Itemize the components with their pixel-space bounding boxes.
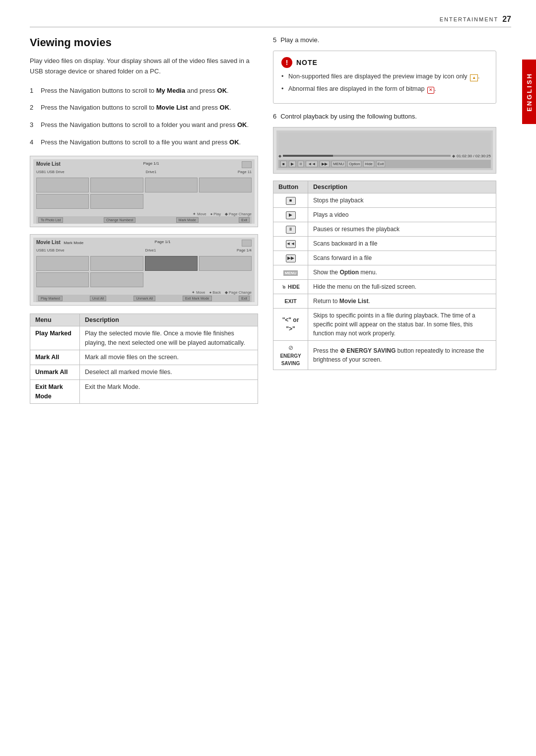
ss1-drive: Drive1 <box>146 170 157 174</box>
page-title: Viewing movies <box>30 36 258 49</box>
step-text-3: Press the Navigation buttons to scroll t… <box>41 120 249 130</box>
ss1-thumb-4 <box>199 178 252 192</box>
btn-stop-desc: Stops the playback <box>308 193 496 207</box>
ss2-usb: USB1 USB Drive <box>36 248 65 252</box>
menu-mark-all-label: Mark All <box>30 350 80 365</box>
ss2-subtitle-mode: Mark Mode <box>64 241 83 245</box>
ctrl-stop: ■ <box>280 161 287 167</box>
btn-row-menu: MENU Show the Option menu. <box>273 265 496 279</box>
ss1-play: ● Play <box>210 212 221 216</box>
ss2-grid <box>36 256 252 287</box>
error-x-icon: ✕ <box>427 87 434 94</box>
btn-play-desc: Plays a video <box>308 207 496 222</box>
desc-col-header: Description <box>80 314 258 326</box>
menu-play-marked-label: Play Marked <box>30 326 80 350</box>
exit-button-label: EXIT <box>284 298 296 304</box>
ss1-btn-exit: Exit <box>239 217 250 223</box>
playback-inner: ◆ ◆ 01:02:30 / 02:30:25 ■ ▶ II ◄◄ ▶▶ MEN… <box>276 130 493 170</box>
playback-controls: ■ ▶ II ◄◄ ▶▶ MENU Option Hide Exit <box>278 160 491 168</box>
right-column: 5 Play a movie. ! NOTE Non-supported fil… <box>273 36 511 404</box>
menu-row-play-marked: Play Marked Play the selected movie file… <box>30 326 258 350</box>
step-text-1: Press the Navigation buttons to scroll t… <box>41 86 229 96</box>
playback-progress-bar: ◆ ◆ 01:02:30 / 02:30:25 <box>278 154 491 158</box>
btn-row-pause: ⏸ Pauses or resumes the playback <box>273 222 496 236</box>
ss1-thumb-3 <box>145 178 198 192</box>
step-text-6: Control playback by using the following … <box>280 113 417 120</box>
ss2-btn-play-marked: Play Marked <box>38 296 63 301</box>
btn-energy-cell: ⊘ ENERGYSAVING <box>273 340 308 370</box>
step-text-2: Press the Navigation buttons to scroll t… <box>41 103 231 113</box>
btn-hide-desc: Hide the menu on the full-sized screen. <box>308 279 496 294</box>
screenshot-2-inner: Movie List Mark Mode Page 1/1 USB1 USB D… <box>33 238 255 302</box>
menu-table: Menu Description Play Marked Play the se… <box>30 314 258 404</box>
btn-row-rew: ◄◄ Scans backward in a file <box>273 236 496 251</box>
btn-menu-desc: Show the Option menu. <box>308 265 496 279</box>
step-num-3: 3 <box>30 120 37 130</box>
menu-play-marked-desc: Play the selected movie file. Once a mov… <box>80 326 258 350</box>
menu-row-mark-all: Mark All Mark all movie files on the scr… <box>30 350 258 365</box>
btn-menu-cell: MENU <box>273 265 308 279</box>
ss1-folder-icon <box>242 161 252 168</box>
ss1-grid <box>36 178 252 209</box>
energy-label: ENERGYSAVING <box>278 352 303 367</box>
ctrl-menu: MENU <box>332 161 345 167</box>
ctrl-rew: ◄◄ <box>306 161 318 167</box>
ss1-page: Page 1/1 <box>143 161 159 168</box>
note-list: Non-supported files are displayed the pr… <box>281 72 488 94</box>
progress-diamond-icon: ◆ <box>278 154 281 158</box>
top-header: ENTERTAINMENT 27 <box>30 15 511 27</box>
step-num-2: 2 <box>30 103 37 113</box>
energy-saving-icon: ⊘ <box>288 344 293 351</box>
btn-row-skip: "<" or ">" Skips to specific points in a… <box>273 308 496 340</box>
btn-row-fwd: ▶▶ Scans forward in a file <box>273 251 496 265</box>
ss2-page: Page 1/1 <box>155 240 171 247</box>
btn-hide-cell: 🖱 HIDE <box>273 279 308 294</box>
step-num-6: 6 <box>273 113 276 120</box>
steps-list: 1 Press the Navigation buttons to scroll… <box>30 86 258 148</box>
ctrl-hide-btn: Hide <box>363 161 374 167</box>
screenshot-1: Movie List Page 1/1 USB1 USB Drive Drive… <box>30 156 258 227</box>
ss2-titles: Movie List Mark Mode <box>36 240 83 247</box>
step-6: 6 Control playback by using the followin… <box>273 113 496 120</box>
progress-triangle-icon: ◆ <box>452 154 455 158</box>
playback-time: 01:02:30 / 02:30:25 <box>457 154 491 158</box>
intro-paragraph: Play video files on display. Your displa… <box>30 56 258 77</box>
rewind-button-icon: ◄◄ <box>286 240 296 248</box>
ss1-move: ✦ Move <box>193 212 206 216</box>
menu-row-unmark-all: Unmark All Deselect all marked movie fil… <box>30 365 258 380</box>
btn-energy-desc: Press the ⊘ ENERGY SAVING button repeate… <box>308 340 496 370</box>
menu-button-icon: MENU <box>283 270 298 276</box>
menu-mark-all-desc: Mark all movie files on the screen. <box>80 350 258 365</box>
note-title: NOTE <box>296 59 318 66</box>
ss2-btn-unstall: Unst All <box>90 296 107 301</box>
menu-exit-mark-label: Exit MarkMode <box>30 379 80 404</box>
ss2-back: ● Back <box>209 290 221 295</box>
btn-fwd-cell: ▶▶ <box>273 251 308 265</box>
btn-col-header: Button <box>273 181 308 193</box>
step-1: 1 Press the Navigation buttons to scroll… <box>30 86 258 96</box>
ss1-subtitle: USB1 USB Drive Drive1 Page 11 <box>36 170 252 174</box>
step-num-4: 4 <box>30 137 37 148</box>
note-header: ! NOTE <box>281 57 488 68</box>
page-number: 27 <box>502 15 511 24</box>
btn-rew-cell: ◄◄ <box>273 236 308 251</box>
play-button-icon: ▶ <box>286 211 296 219</box>
btn-row-hide: 🖱 HIDE Hide the menu on the full-sized s… <box>273 279 496 294</box>
btn-row-exit: EXIT Return to Movie List. <box>273 294 496 308</box>
main-content: Viewing movies Play video files on displ… <box>30 36 511 404</box>
playback-screenshot: ◆ ◆ 01:02:30 / 02:30:25 ■ ▶ II ◄◄ ▶▶ MEN… <box>273 127 496 174</box>
ss2-move: ✦ Move <box>192 290 205 295</box>
ss2-btn-unmark-all: Unmark All <box>134 296 155 301</box>
menu-unmark-all-desc: Deselect all marked movie files. <box>80 365 258 380</box>
language-label: ENGLISH <box>526 72 533 112</box>
btn-exit-desc: Return to Movie List. <box>308 294 496 308</box>
ss2-thumb-6 <box>90 272 143 287</box>
ss1-topbar: Movie List Page 1/1 <box>36 161 252 168</box>
screenshot-2: Movie List Mark Mode Page 1/1 USB1 USB D… <box>30 234 258 306</box>
ss1-usb: USB1 USB Drive <box>36 170 65 174</box>
btn-row-energy: ⊘ ENERGYSAVING Press the ⊘ ENERGY SAVING… <box>273 340 496 370</box>
btn-skip-desc: Skips to specific points in a file durin… <box>308 308 496 340</box>
hide-button-label: 🖱 HIDE <box>281 284 300 290</box>
ss2-btn-exit-mark: Exit Mark Mode <box>183 296 212 301</box>
ss2-topbar: Movie List Mark Mode Page 1/1 <box>36 240 252 247</box>
